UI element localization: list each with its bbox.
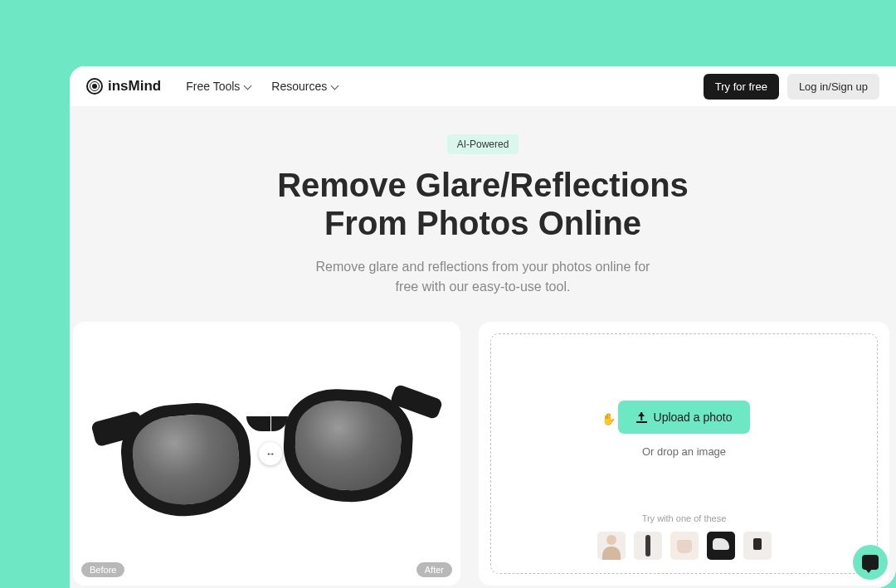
chevron-down-icon bbox=[330, 82, 338, 90]
try-label: Try with one of these bbox=[597, 513, 772, 523]
sunglasses-lens bbox=[280, 386, 415, 505]
hero-section: AI-Powered Remove Glare/Reflections From… bbox=[70, 106, 896, 322]
brand-name: insMind bbox=[108, 78, 161, 95]
nav-items: Free Tools Resources bbox=[186, 80, 338, 93]
upload-icon bbox=[636, 412, 647, 423]
sunglasses-bridge bbox=[246, 416, 288, 431]
nav-item-resources[interactable]: Resources bbox=[271, 80, 338, 93]
compare-slider-handle[interactable]: ↔ bbox=[259, 442, 282, 465]
subtitle-line-1: Remove glare and reflections from your p… bbox=[316, 260, 650, 274]
main-panels: ↔ Before After ✋ Upload a photo Or drop … bbox=[70, 322, 896, 586]
navbar: insMind Free Tools Resources Try for fre… bbox=[70, 66, 896, 106]
brand-logo[interactable]: insMind bbox=[86, 78, 161, 95]
chevron-down-icon bbox=[243, 82, 251, 90]
app-window: insMind Free Tools Resources Try for fre… bbox=[70, 66, 896, 588]
drop-image-text: Or drop an image bbox=[642, 445, 726, 458]
nav-right: Try for free Log in/Sign up bbox=[704, 74, 879, 100]
upload-panel: ✋ Upload a photo Or drop an image Try wi… bbox=[479, 322, 889, 586]
slider-arrows-icon: ↔ bbox=[265, 448, 275, 459]
sample-thumb-handbag[interactable] bbox=[670, 532, 699, 560]
before-label: Before bbox=[81, 562, 124, 577]
nav-label: Resources bbox=[271, 80, 327, 93]
try-samples-section: Try with one of these bbox=[597, 513, 772, 560]
upload-button-label: Upload a photo bbox=[654, 411, 733, 424]
chat-widget-button[interactable] bbox=[853, 545, 888, 580]
nav-label: Free Tools bbox=[186, 80, 240, 93]
login-signup-button[interactable]: Log in/Sign up bbox=[787, 74, 879, 100]
logo-icon bbox=[86, 78, 103, 95]
sample-thumb-sneaker[interactable] bbox=[707, 532, 735, 560]
title-line-1: Remove Glare/Reflections bbox=[277, 167, 689, 203]
ai-powered-badge: AI-Powered bbox=[447, 134, 519, 154]
title-line-2: From Photos Online bbox=[324, 205, 641, 241]
page-title: Remove Glare/Reflections From Photos Onl… bbox=[86, 166, 879, 242]
upload-photo-button[interactable]: Upload a photo bbox=[618, 401, 751, 434]
sunglasses-lens bbox=[117, 399, 255, 522]
page-subtitle: Remove glare and reflections from your p… bbox=[86, 257, 879, 297]
try-free-button[interactable]: Try for free bbox=[704, 74, 779, 100]
chat-icon bbox=[862, 555, 879, 570]
sample-thumb-bottle[interactable] bbox=[634, 532, 662, 560]
upload-dropzone[interactable]: ✋ Upload a photo Or drop an image Try wi… bbox=[490, 333, 878, 574]
nav-item-free-tools[interactable]: Free Tools bbox=[186, 80, 251, 93]
sample-thumb-portrait[interactable] bbox=[597, 532, 626, 560]
hand-cursor-icon: ✋ bbox=[601, 412, 616, 425]
subtitle-line-2: free with our easy-to-use tool. bbox=[396, 279, 571, 294]
before-after-panel: ↔ Before After bbox=[73, 322, 460, 586]
after-label: After bbox=[416, 562, 452, 577]
sample-thumbnails bbox=[597, 532, 772, 560]
sample-thumb-watch[interactable] bbox=[743, 532, 772, 560]
